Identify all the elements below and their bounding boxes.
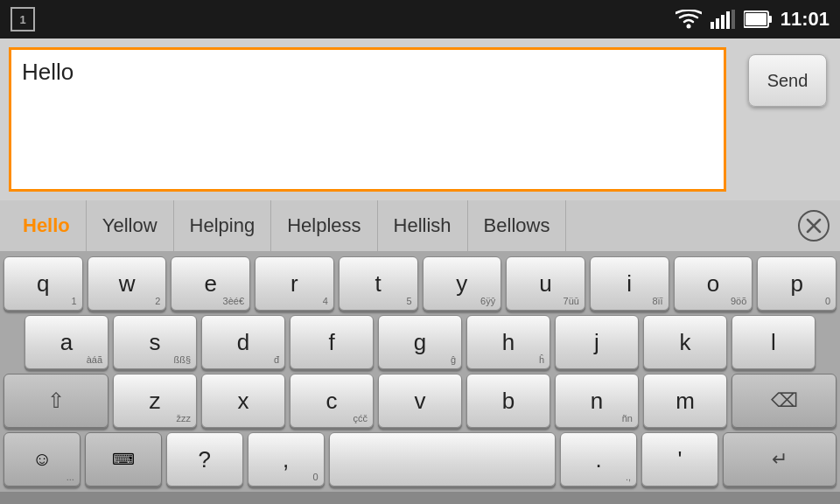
key-m[interactable]: m: [643, 374, 727, 428]
key-i[interactable]: i 8ïī: [590, 256, 669, 311]
signal-icon: [710, 10, 735, 29]
key-space[interactable]: [329, 432, 556, 486]
suggestion-helping[interactable]: Helping: [174, 200, 272, 251]
keyboard: q 1 w 2 e 3èé€ r 4 t 5 y 6ÿŷ u 7üū i 8ïī: [0, 251, 840, 492]
keyboard-row-2: a àáã s ßß§ d đ f g ĝ h ĥ j k l: [4, 315, 836, 369]
svg-rect-1: [710, 22, 714, 29]
key-x[interactable]: x: [201, 374, 285, 428]
key-a[interactable]: a àáã: [24, 315, 108, 369]
keyboard-row-3: ⇧ z žzz x c çćč v b n ñn m ⌫: [4, 374, 836, 428]
key-apostrophe[interactable]: ': [641, 432, 718, 486]
key-j[interactable]: j: [555, 315, 639, 369]
suggestions-bar: Hello Yellow Helping Helpless Hellish Be…: [0, 200, 840, 251]
input-area: Hello: [0, 38, 735, 200]
key-h[interactable]: h ĥ: [466, 315, 550, 369]
key-period[interactable]: . .,: [560, 432, 637, 486]
svg-rect-3: [721, 15, 724, 29]
keyboard-row-4: ☺ ... ⌨ ? , 0 . ., ' ↵: [4, 432, 836, 486]
suggestion-hello[interactable]: Hello: [7, 200, 87, 251]
status-left: 1: [10, 7, 35, 32]
key-e[interactable]: e 3èé€: [171, 256, 250, 311]
key-emoji[interactable]: ☺ ...: [4, 432, 80, 486]
svg-rect-8: [746, 13, 766, 25]
suggestion-close-button[interactable]: [794, 206, 833, 245]
suggestion-bellows[interactable]: Bellows: [468, 200, 567, 251]
notification-icon: 1: [10, 7, 35, 32]
key-f[interactable]: f: [290, 315, 374, 369]
key-z[interactable]: z žzz: [113, 374, 197, 428]
suggestion-yellow[interactable]: Yellow: [87, 200, 174, 251]
key-keyboard-switch[interactable]: ⌨: [85, 432, 162, 486]
key-s[interactable]: s ßß§: [113, 315, 197, 369]
wifi-icon: [676, 10, 702, 29]
key-k[interactable]: k: [643, 315, 727, 369]
key-enter[interactable]: ↵: [723, 432, 836, 486]
key-d[interactable]: d đ: [201, 315, 285, 369]
key-v[interactable]: v: [378, 374, 462, 428]
send-button[interactable]: Send: [748, 54, 827, 107]
battery-icon: [744, 10, 772, 29]
key-c[interactable]: c çćč: [290, 374, 374, 428]
key-q[interactable]: q 1: [4, 256, 83, 311]
key-comma[interactable]: , 0: [248, 432, 325, 486]
key-o[interactable]: o 9öõ: [674, 256, 753, 311]
send-button-area: Send: [735, 38, 840, 200]
svg-rect-5: [732, 10, 735, 29]
keyboard-row-1: q 1 w 2 e 3èé€ r 4 t 5 y 6ÿŷ u 7üū i 8ïī: [4, 256, 836, 311]
svg-rect-4: [726, 11, 730, 29]
key-y[interactable]: y 6ÿŷ: [423, 256, 502, 311]
status-right: 11:01: [676, 8, 830, 31]
key-t[interactable]: t 5: [339, 256, 418, 311]
key-b[interactable]: b: [466, 374, 550, 428]
key-question[interactable]: ?: [166, 432, 243, 486]
svg-rect-2: [716, 18, 719, 29]
key-backspace[interactable]: ⌫: [732, 374, 836, 428]
key-l[interactable]: l: [732, 315, 816, 369]
text-input[interactable]: Hello: [9, 47, 726, 192]
key-g[interactable]: g ĝ: [378, 315, 462, 369]
suggestion-helpless[interactable]: Helpless: [271, 200, 377, 251]
key-u[interactable]: u 7üū: [506, 256, 585, 311]
key-p[interactable]: p 0: [757, 256, 836, 311]
suggestion-hellish[interactable]: Hellish: [378, 200, 468, 251]
svg-rect-7: [768, 16, 772, 23]
status-time: 11:01: [780, 8, 830, 31]
svg-point-0: [686, 24, 690, 29]
key-shift[interactable]: ⇧: [4, 374, 108, 428]
key-r[interactable]: r 4: [255, 256, 334, 311]
key-w[interactable]: w 2: [88, 256, 167, 311]
key-n[interactable]: n ñn: [555, 374, 639, 428]
status-bar: 1 11:01: [0, 0, 840, 38]
